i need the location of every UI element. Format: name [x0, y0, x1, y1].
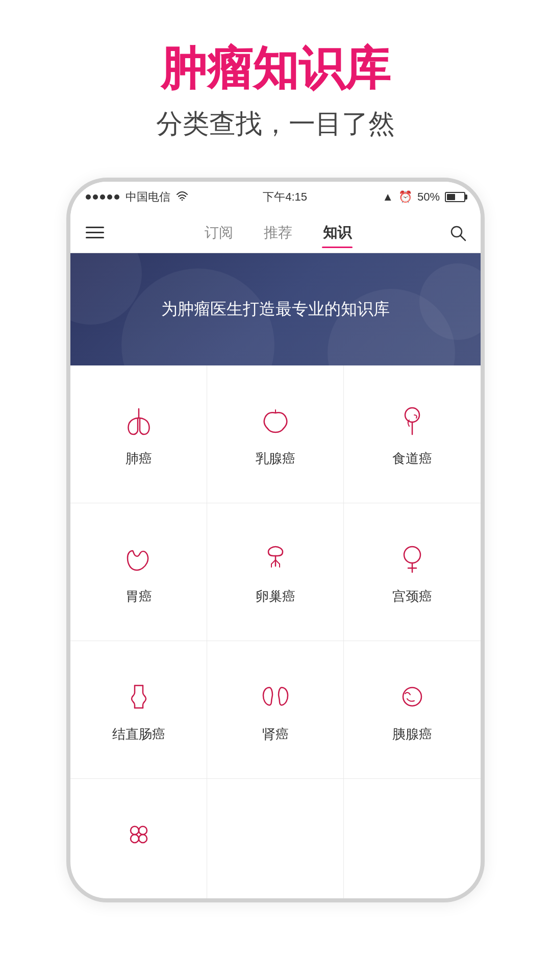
throat-icon — [392, 401, 433, 442]
svg-point-4 — [404, 547, 420, 563]
category-ovary[interactable]: 卵巢癌 — [207, 503, 344, 641]
signal-dot-1 — [86, 194, 91, 200]
colon-icon — [118, 676, 159, 717]
tab-recommend[interactable]: 推荐 — [264, 218, 292, 248]
category-stomach[interactable]: 胃癌 — [70, 503, 207, 641]
status-bar: 中国电信 下午4:15 ▲ ⏰ 50% — [70, 182, 481, 212]
category-lung[interactable]: 肺癌 — [70, 365, 207, 503]
page-header: 肿瘤知识库 分类查找，一目了然 — [0, 0, 551, 157]
phone-frame: 中国电信 下午4:15 ▲ ⏰ 50% — [66, 178, 485, 902]
nav-bar: 订阅 推荐 知识 — [70, 212, 481, 253]
wifi-icon — [177, 190, 188, 204]
banner: 为肿瘤医生打造最专业的知识库 — [70, 253, 481, 365]
signal-dot-2 — [93, 194, 98, 200]
pancreas-icon — [392, 676, 433, 717]
svg-point-11 — [139, 835, 147, 843]
category-empty-2 — [344, 779, 481, 898]
page-title-main: 肿瘤知识库 — [0, 41, 551, 96]
colon-label: 结直肠癌 — [112, 725, 165, 743]
carrier-name: 中国电信 — [126, 189, 170, 205]
tab-knowledge[interactable]: 知识 — [323, 218, 352, 248]
banner-text: 为肿瘤医生打造最专业的知识库 — [161, 298, 390, 321]
signal-dots — [86, 194, 119, 200]
svg-point-8 — [131, 826, 139, 835]
tab-subscribe[interactable]: 订阅 — [205, 218, 233, 248]
breast-icon — [255, 401, 296, 442]
ovary-label: 卵巢癌 — [256, 587, 295, 605]
category-grid: 肺癌 乳腺癌 — [70, 365, 481, 898]
nav-tabs: 订阅 推荐 知识 — [111, 218, 445, 248]
battery-bar — [445, 192, 465, 202]
battery-fill — [447, 194, 455, 200]
page-title-sub: 分类查找，一目了然 — [0, 106, 551, 142]
other-icon — [118, 814, 159, 855]
alarm-icon: ⏰ — [398, 190, 412, 204]
uterus-icon — [392, 538, 433, 579]
status-right: ▲ ⏰ 50% — [382, 190, 465, 204]
category-uterus[interactable]: 宫颈癌 — [344, 503, 481, 641]
category-breast[interactable]: 乳腺癌 — [207, 365, 344, 503]
svg-point-10 — [131, 835, 139, 843]
svg-line-2 — [460, 235, 465, 240]
category-colon[interactable]: 结直肠癌 — [70, 641, 207, 779]
lung-icon — [118, 401, 159, 442]
svg-point-0 — [182, 200, 183, 201]
search-icon[interactable] — [445, 220, 470, 246]
status-left: 中国电信 — [86, 189, 188, 205]
svg-point-9 — [139, 826, 147, 835]
kidney-icon — [255, 676, 296, 717]
category-pancreas[interactable]: 胰腺癌 — [344, 641, 481, 779]
signal-dot-4 — [107, 194, 112, 200]
signal-dot-5 — [114, 194, 119, 200]
uterus-label: 宫颈癌 — [392, 587, 432, 605]
svg-point-7 — [403, 688, 421, 706]
phone-wrapper: 中国电信 下午4:15 ▲ ⏰ 50% — [66, 178, 485, 902]
pancreas-label: 胰腺癌 — [392, 725, 432, 743]
ovary-icon — [255, 538, 296, 579]
lung-label: 肺癌 — [126, 450, 152, 468]
category-other[interactable] — [70, 779, 207, 898]
kidney-label: 肾癌 — [262, 725, 289, 743]
location-icon: ▲ — [382, 190, 393, 204]
signal-dot-3 — [100, 194, 105, 200]
category-kidney[interactable]: 肾癌 — [207, 641, 344, 779]
menu-icon[interactable] — [81, 217, 111, 248]
svg-point-3 — [405, 408, 419, 422]
throat-label: 食道癌 — [392, 450, 432, 468]
stomach-icon — [118, 538, 159, 579]
status-time: 下午4:15 — [263, 189, 307, 205]
category-throat[interactable]: 食道癌 — [344, 365, 481, 503]
stomach-label: 胃癌 — [126, 587, 152, 605]
category-empty-1 — [207, 779, 344, 898]
breast-label: 乳腺癌 — [256, 450, 295, 468]
battery-percent: 50% — [417, 190, 440, 204]
